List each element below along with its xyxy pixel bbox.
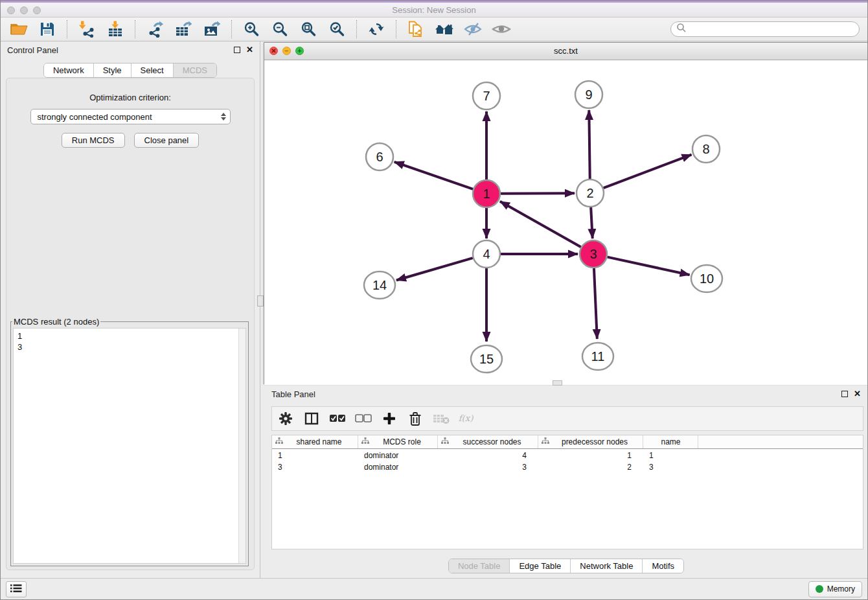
- control-panel: Control Panel ✕ NetworkStyleSelectMCDS O…: [1, 41, 260, 578]
- column-header-predecessor-nodes[interactable]: predecessor nodes: [538, 435, 643, 448]
- tab-edge-table[interactable]: Edge Table: [510, 559, 571, 573]
- table-cell[interactable]: 1: [538, 451, 643, 460]
- criterion-dropdown[interactable]: strongly connected component: [30, 109, 231, 124]
- graph-edge-2-9[interactable]: [589, 110, 589, 179]
- criterion-value: strongly connected component: [38, 112, 221, 122]
- vertical-splitter-handle[interactable]: [257, 295, 264, 306]
- svg-text:f(x): f(x): [459, 413, 474, 423]
- select-all-icon[interactable]: [328, 409, 347, 428]
- network-graph[interactable]: 7968124314101511: [264, 60, 867, 384]
- home-icon[interactable]: [434, 19, 455, 39]
- export-table-icon[interactable]: [173, 19, 194, 39]
- tab-group: NetworkStyleSelectMCDS: [43, 63, 217, 78]
- mcds-result-title: MCDS result (2 nodes): [12, 317, 100, 327]
- mcds-panel: Optimization criterion: strongly connect…: [6, 78, 255, 570]
- zoom-in-icon[interactable]: [241, 19, 262, 39]
- table-cell[interactable]: 3: [272, 463, 358, 472]
- tree-icon: [275, 437, 283, 446]
- graph-edge-3-11[interactable]: [594, 268, 597, 339]
- show-eye-icon[interactable]: [491, 19, 512, 39]
- tab-motifs[interactable]: Motifs: [643, 559, 683, 573]
- open-file-icon[interactable]: [8, 19, 29, 39]
- graph-edge-2-3[interactable]: [591, 207, 593, 238]
- tab-mcds[interactable]: MCDS: [174, 63, 216, 77]
- main-toolbar: [1, 17, 867, 41]
- toolbar-separator: [396, 20, 396, 38]
- table-cell[interactable]: 3: [643, 463, 698, 472]
- zoom-fit-icon[interactable]: [298, 19, 319, 39]
- refresh-icon[interactable]: [366, 19, 387, 39]
- network-window-title: scc.txt: [264, 46, 867, 56]
- table-cell[interactable]: 2: [538, 463, 643, 472]
- graph-node-label-10: 10: [700, 271, 714, 286]
- tree-icon: [441, 437, 449, 446]
- graph-edge-3-10[interactable]: [607, 257, 689, 275]
- import-network-icon[interactable]: [76, 19, 97, 39]
- column-header-successor-nodes[interactable]: successor nodes: [438, 435, 538, 448]
- tab-style[interactable]: Style: [94, 63, 131, 77]
- column-label: name: [646, 437, 698, 446]
- delete-icon[interactable]: [405, 409, 425, 428]
- table-row[interactable]: 3dominator323: [272, 462, 863, 472]
- table-panel-tabs: Node TableEdge TableNetwork TableMotifs: [264, 559, 868, 573]
- zoom-selected-icon[interactable]: [326, 19, 347, 39]
- mcds-result-area[interactable]: 1 3: [13, 328, 246, 564]
- graph-edge-1-2[interactable]: [501, 193, 575, 194]
- close-panel-button[interactable]: Close panel: [134, 133, 200, 148]
- graph-edge-4-14[interactable]: [396, 258, 473, 280]
- network-canvas[interactable]: 7968124314101511: [264, 60, 867, 385]
- graph-node-label-3: 3: [589, 247, 597, 261]
- graph-node-label-8: 8: [702, 142, 709, 156]
- float-table-panel-icon[interactable]: [841, 391, 848, 397]
- memory-button[interactable]: Memory: [808, 581, 862, 597]
- mcds-result-lines: 1 3: [17, 330, 22, 352]
- table-body: 1dominator4113dominator323: [272, 450, 863, 472]
- toolbar-separator: [135, 20, 135, 38]
- tab-network-table[interactable]: Network Table: [571, 559, 643, 573]
- import-table-icon[interactable]: [105, 19, 126, 39]
- search-input[interactable]: [690, 24, 854, 34]
- column-view-icon[interactable]: [302, 409, 321, 428]
- table-cell[interactable]: dominator: [358, 463, 438, 472]
- graph-edge-2-8[interactable]: [604, 155, 692, 189]
- tab-network[interactable]: Network: [44, 63, 94, 77]
- network-window-titlebar[interactable]: ✕ − + scc.txt: [264, 43, 867, 60]
- graph-edge-3-1[interactable]: [500, 202, 581, 247]
- task-list-button[interactable]: [6, 581, 27, 597]
- save-session-icon[interactable]: [37, 19, 58, 39]
- run-mcds-button[interactable]: Run MCDS: [62, 133, 125, 148]
- table-cell[interactable]: 4: [438, 451, 538, 460]
- column-header-name[interactable]: name: [643, 435, 698, 448]
- close-panel-icon[interactable]: ✕: [246, 47, 253, 53]
- network-file-icon[interactable]: [405, 19, 426, 39]
- horizontal-splitter-handle[interactable]: [553, 380, 562, 386]
- column-label: MCDS role: [369, 437, 437, 446]
- graph-edge-1-6[interactable]: [394, 162, 474, 189]
- column-label: shared name: [283, 437, 358, 446]
- table-cell[interactable]: 1: [272, 451, 358, 460]
- graph-node-label-11: 11: [591, 349, 605, 363]
- tab-node-table[interactable]: Node Table: [449, 559, 510, 573]
- export-image-icon[interactable]: [201, 19, 222, 39]
- float-panel-icon[interactable]: [234, 47, 240, 53]
- close-table-panel-icon[interactable]: ✕: [854, 391, 861, 397]
- column-header-MCDS-role[interactable]: MCDS role: [358, 435, 438, 448]
- gear-icon[interactable]: [276, 409, 295, 428]
- table-row[interactable]: 1dominator411: [272, 450, 863, 461]
- tab-select[interactable]: Select: [131, 63, 174, 77]
- add-icon[interactable]: [380, 409, 399, 428]
- hide-eye-icon[interactable]: [463, 19, 483, 39]
- export-network-icon[interactable]: [144, 19, 165, 39]
- graph-node-label-15: 15: [479, 352, 494, 366]
- zoom-out-icon[interactable]: [269, 19, 290, 39]
- deselect-all-icon[interactable]: [354, 409, 373, 428]
- column-header-shared-name[interactable]: shared name: [272, 435, 358, 448]
- table-cell[interactable]: 1: [643, 451, 698, 460]
- mcds-scrollbar[interactable]: [238, 329, 246, 563]
- table-header-row: shared nameMCDS rolesuccessor nodesprede…: [272, 435, 863, 449]
- node-table: shared nameMCDS rolesuccessor nodesprede…: [271, 435, 863, 549]
- window-titlebar: Session: New Session: [1, 1, 867, 17]
- table-cell[interactable]: 3: [438, 463, 538, 472]
- table-cell[interactable]: dominator: [358, 451, 438, 460]
- search-box[interactable]: [670, 21, 860, 37]
